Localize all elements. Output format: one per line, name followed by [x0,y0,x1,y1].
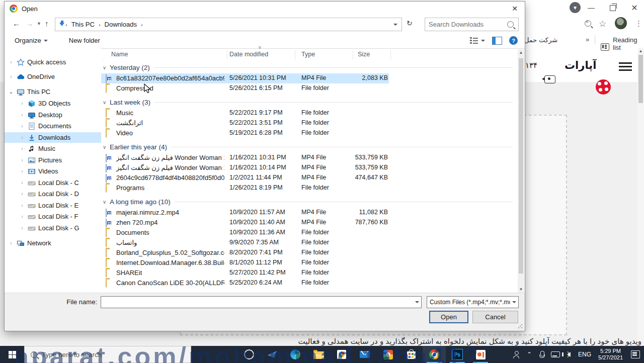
recent-locations-icon[interactable]: ▼ [37,21,41,26]
chevron-right-icon[interactable]: › [20,135,25,140]
sidebar-item-quick-access[interactable]: ›Quick access [5,57,101,67]
volume-icon[interactable] [562,352,575,357]
chevron-right-icon[interactable]: › [9,240,14,246]
back-icon[interactable]: ← [13,19,20,28]
chevron-down-icon[interactable]: ∨ [101,100,110,105]
touch-keyboard-icon[interactable] [549,351,562,357]
column-size[interactable]: Size [358,51,370,58]
sidebar-item-documents[interactable]: ›Documents [5,121,101,131]
open-button[interactable]: Open [429,311,468,323]
file-row[interactable]: Canon CanoScan LiDE 30-20(ALLDRiVER.i...… [101,278,518,288]
refresh-icon[interactable]: ↻ [407,19,413,27]
file-row[interactable]: Internet.Download.Manager.6.38.Build.2..… [101,258,518,268]
chevron-right-icon[interactable]: › [20,191,25,197]
preview-pane-icon[interactable] [492,37,502,45]
file-type-select[interactable]: Custom Files (*.mp4;*.mv;*.mo [427,296,519,308]
chevron-right-icon[interactable]: › [20,203,25,208]
chevron-right-icon[interactable]: › [20,101,25,106]
scroll-up-icon[interactable]: ▲ [637,48,644,54]
file-row[interactable]: Borland_Cplusplus_5.02_Softgozar.com8/20… [101,248,518,258]
chevron-right-icon[interactable]: › [20,225,25,231]
file-row[interactable]: Programs1/26/2021 8:19 PMFile folder [101,183,518,193]
address-dropdown-icon[interactable] [393,24,401,26]
hamburger-menu-icon[interactable] [619,62,632,64]
sidebar-item-network[interactable]: ›Network [5,238,101,248]
organize-button[interactable]: Organize [10,37,53,44]
file-row[interactable]: فیلم زن شگفت انگیز Wonder Woman 1984...1… [101,153,518,163]
column-separator[interactable] [227,50,227,59]
file-name-dropdown-icon[interactable] [413,297,421,308]
chevron-down-icon[interactable]: ∨ [101,199,110,205]
microphone-icon[interactable] [536,351,549,358]
scroll-down-icon[interactable]: ▼ [518,286,524,293]
chevron-right-icon[interactable]: › [9,74,14,79]
sidebar-item-3d-objects[interactable]: ›3D Objects [5,98,101,109]
bookmark-star-icon[interactable]: ☆ [599,19,606,29]
file-name-input[interactable] [101,296,422,308]
sidebar-item-local-disk-d[interactable]: ›Local Disk - D [5,189,101,199]
page-scrollbar-thumb[interactable] [638,55,643,103]
resize-grip[interactable] [518,324,523,329]
group-header[interactable]: ∨Earlier this year (4) [101,141,518,153]
sidebar-item-pictures[interactable]: ›Pictures [5,155,101,165]
chevron-down-icon[interactable]: ⌄ [9,89,14,95]
file-row[interactable]: Video5/19/2021 6:28 PMFile folder [101,128,518,138]
help-icon[interactable]: ? [509,36,518,45]
search-box[interactable]: Search Downloads [425,18,519,31]
column-type[interactable]: Type [301,51,315,58]
change-view-button[interactable] [470,37,485,44]
file-row[interactable]: فیلم زن شگفت انگیز Wonder Woman 1984...1… [101,163,518,173]
file-row[interactable]: majerai.nimruz.2.mp410/9/2020 11:57 AMMP… [101,208,518,218]
bookmarks-overflow-icon[interactable]: » [586,36,589,43]
chevron-right-icon[interactable]: › [20,146,25,151]
file-row[interactable]: Music5/22/2021 9:17 PMFile folder [101,108,518,118]
file-row[interactable]: 2604c9cd6778df4df4b408820fd5f0d02207...1… [101,173,518,183]
chevron-right-icon[interactable]: › [20,180,25,186]
chevron-right-icon[interactable]: › [20,112,25,118]
file-row[interactable]: Documents10/9/2020 11:36 AMFile folder [101,228,518,238]
column-date-modified[interactable]: Date modified [229,51,268,58]
file-row[interactable]: Compressed5/26/2021 6:15 PMFile folder [101,83,518,94]
group-header[interactable]: ∨A long time ago (10) [101,196,518,208]
language-indicator[interactable]: ENG [575,351,594,358]
file-row[interactable]: اثرانگشت5/22/2021 3:51 PMFile folder [101,118,518,128]
breadcrumb-downloads[interactable]: Downloads [102,21,140,28]
video-camera-icon[interactable] [544,75,555,83]
aparat-logo-icon[interactable] [596,79,611,95]
sidebar-item-desktop[interactable]: ›Desktop [5,110,101,120]
aparat-logo-text[interactable]: آپارات [565,59,596,71]
cancel-button[interactable]: Cancel [472,311,518,323]
chevron-right-icon[interactable]: › [20,123,25,129]
sidebar-item-onedrive[interactable]: ›OneDrive [5,71,101,82]
column-separator[interactable] [390,50,391,59]
breadcrumb-this-pc[interactable]: This PC [68,21,98,28]
people-icon[interactable] [510,351,523,358]
new-folder-button[interactable]: New folder [64,37,105,44]
group-header[interactable]: ∨Last week (3) [101,96,518,108]
address-bar[interactable]: › This PC › Downloads › [55,18,402,31]
up-icon[interactable]: ↑ [45,19,49,28]
file-list-scrollbar-thumb[interactable] [519,58,523,274]
column-separator[interactable] [353,50,353,59]
page-scrollbar[interactable]: ▲ [637,48,644,346]
profile-avatar[interactable] [615,17,627,29]
taskbar-clock[interactable]: 5:29 PM 5/27/2021 [594,348,627,361]
browser-minimize-button[interactable]: — [584,2,599,13]
dialog-titlebar[interactable]: Open ✕ [5,2,525,16]
sidebar-item-this-pc[interactable]: ⌄This PC [5,86,101,97]
dialog-close-icon[interactable]: ✕ [508,4,522,14]
file-row[interactable]: واتساب9/9/2020 7:35 AMFile folder [101,238,518,248]
sidebar-item-local-disk-c[interactable]: ›Local Disk - C [5,177,101,188]
column-separator[interactable] [295,50,295,59]
sidebar-item-music[interactable]: ›Music [5,143,101,154]
browser-menu-icon[interactable]: ⋮ [635,19,642,28]
action-center-icon[interactable] [627,350,644,358]
show-hidden-icons[interactable]: ⌃ [523,351,536,358]
zoom-icon[interactable] [585,20,591,27]
chevron-right-icon[interactable]: › [20,157,25,163]
file-row[interactable]: zhen 720.mp410/9/2020 11:40 AMMP4 File78… [101,218,518,228]
file-row[interactable]: 8c61a832207ee80eb0d2af654a0acb9e2265...5… [101,73,389,83]
chevron-right-icon[interactable]: › [20,214,25,219]
group-header[interactable]: ∨Yesterday (2) [101,61,518,73]
sidebar-item-local-disk-f[interactable]: ›Local Disk - F [5,211,101,222]
